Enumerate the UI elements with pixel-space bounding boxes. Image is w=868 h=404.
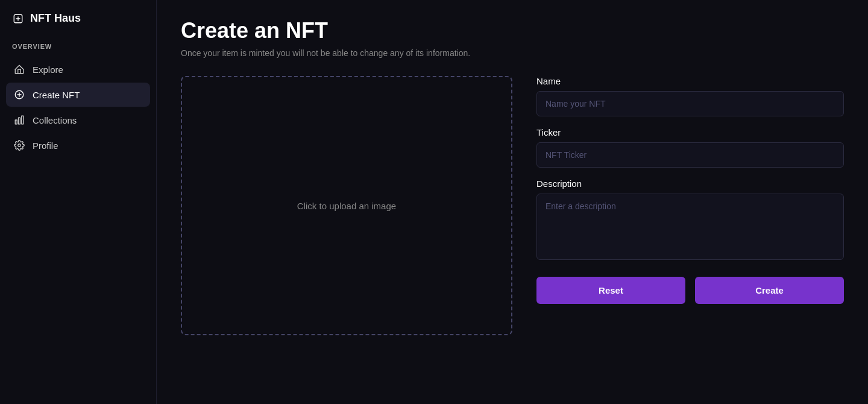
app-logo: NFT Haus (0, 12, 156, 43)
reset-button[interactable]: Reset (536, 277, 685, 304)
form-fields: Name Ticker Description Reset Create (536, 76, 844, 304)
sidebar-navigation: Explore Create NFT Collections (0, 57, 156, 157)
svg-rect-3 (19, 118, 20, 124)
create-button[interactable]: Create (695, 277, 844, 304)
plus-circle-icon (13, 89, 25, 101)
settings-icon (13, 139, 25, 151)
page-subtitle: Once your item is minted you will not be… (181, 48, 844, 58)
sidebar-item-create-nft[interactable]: Create NFT (6, 83, 150, 107)
logo-icon (12, 13, 24, 25)
ticker-label: Ticker (536, 127, 844, 137)
svg-rect-2 (15, 120, 17, 124)
sidebar: NFT Haus Overview Explore Create (0, 0, 157, 404)
sidebar-section-label: Overview (0, 43, 156, 57)
description-field-group: Description (536, 178, 844, 260)
name-label: Name (536, 76, 844, 86)
sidebar-item-collections-label: Collections (33, 115, 77, 125)
sidebar-item-explore-label: Explore (33, 65, 63, 75)
form-layout: Click to upload an image Name Ticker Des… (181, 76, 844, 335)
sidebar-item-explore[interactable]: Explore (6, 57, 150, 81)
upload-label: Click to upload an image (297, 201, 396, 211)
sidebar-item-profile-label: Profile (33, 140, 58, 151)
sidebar-item-collections[interactable]: Collections (6, 108, 150, 132)
description-label: Description (536, 178, 844, 189)
sidebar-item-profile[interactable]: Profile (6, 133, 150, 157)
sidebar-item-create-nft-label: Create NFT (33, 90, 80, 100)
description-textarea[interactable] (536, 194, 844, 260)
ticker-input[interactable] (536, 142, 844, 168)
action-buttons: Reset Create (536, 277, 844, 304)
main-content: Create an NFT Once your item is minted y… (157, 0, 868, 404)
ticker-field-group: Ticker (536, 127, 844, 168)
svg-point-5 (18, 144, 21, 147)
image-upload-area[interactable]: Click to upload an image (181, 76, 512, 335)
page-title: Create an NFT (181, 18, 844, 43)
name-input[interactable] (536, 91, 844, 116)
name-field-group: Name (536, 76, 844, 116)
home-icon (13, 63, 25, 75)
app-name: NFT Haus (30, 12, 81, 25)
bar-chart-icon (13, 114, 25, 126)
svg-rect-4 (22, 116, 24, 124)
